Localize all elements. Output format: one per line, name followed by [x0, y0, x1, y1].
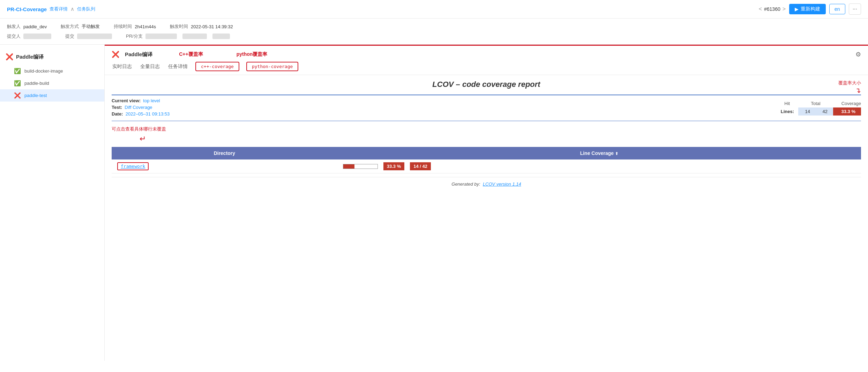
- dir-cell: framework: [112, 159, 337, 173]
- meta-row-2: 提交人 提交 PR/分支: [7, 33, 861, 39]
- build-docker-success-icon: ✅: [14, 68, 21, 74]
- paddle-test-error-icon: ❌: [14, 92, 21, 99]
- date-line: Date: 2022–05–31 09:13:53: [112, 111, 170, 117]
- trigger-method: 触发方式 手动触发: [61, 23, 100, 30]
- current-view-line: Current view: top level: [112, 98, 170, 103]
- test-line: Test: Diff Coverage: [112, 105, 170, 110]
- sidebar-item-paddle-build[interactable]: ✅ paddle-build: [0, 77, 104, 89]
- coverage-cell: 33.3 % 14 / 42: [337, 159, 861, 173]
- build-nav: < #61360 >: [759, 6, 786, 12]
- meta-row-1: 触发人 paddle_dev 触发方式 手动触发 持续时间 2h41m44s 触…: [7, 23, 861, 30]
- report-title: LCOV – code coverage report: [112, 80, 861, 89]
- coverage-bar: [343, 164, 378, 169]
- tab-python-coverage[interactable]: python-coverage: [246, 62, 298, 71]
- view-detail-link[interactable]: 查看详情: [50, 6, 68, 12]
- sidebar-item-build-docker-image[interactable]: ✅ build-docker-image: [0, 65, 104, 77]
- annotation-cpp: C++覆盖率: [179, 51, 203, 58]
- annotation-arrow-icon: ↵: [140, 134, 146, 143]
- task-header-row: ❌ Paddle编译 C++覆盖率 python覆盖率 ⚙: [105, 46, 868, 58]
- directory-table: Directory Line Coverage framework: [112, 147, 861, 173]
- summary-data-row: Lines: 14 42 33.3 %: [781, 107, 861, 116]
- breadcrumb-sep: ∧: [70, 6, 74, 12]
- task-title: Paddle编译: [125, 51, 152, 58]
- coverage-pct: 33.3 %: [383, 162, 404, 170]
- task-queue-link[interactable]: 任务队列: [77, 6, 95, 12]
- paddle-build-success-icon: ✅: [14, 80, 21, 87]
- branch: PR/分支: [126, 33, 230, 39]
- report-area: LCOV – code coverage report 覆盖率大小 ↴ Curr…: [105, 80, 868, 198]
- annotation-arrow-area: ↵: [112, 134, 861, 143]
- main-layout: ❌ Paddle编译 ✅ build-docker-image ✅ paddle…: [0, 45, 868, 361]
- pipeline-title: PR-CI-Coverage: [7, 6, 47, 12]
- annotation-section: 可点击查看具体哪行未覆盖: [112, 126, 861, 132]
- top-header: PR-CI-Coverage 查看详情 ∧ 任务队列 < #61360 > ▶ …: [0, 0, 868, 18]
- breadcrumb: PR-CI-Coverage 查看详情 ∧ 任务队列: [7, 6, 95, 12]
- gear-icon[interactable]: ⚙: [855, 51, 861, 58]
- next-build-arrow[interactable]: >: [783, 6, 786, 12]
- tab-task-detail[interactable]: 任务详情: [167, 62, 188, 71]
- rebuild-icon: ▶: [795, 6, 799, 12]
- commit: 提交: [65, 33, 112, 39]
- lines-coverage: 33.3 %: [833, 107, 861, 116]
- tab-realtime-log[interactable]: 实时日志: [112, 62, 133, 71]
- language-button[interactable]: en: [829, 4, 845, 14]
- tab-full-log[interactable]: 全量日志: [140, 62, 160, 71]
- lines-hit: 14: [798, 107, 816, 116]
- lcov-link[interactable]: LCOV version 1.14: [483, 181, 521, 187]
- tab-cpp-coverage[interactable]: c++-coverage: [195, 62, 239, 71]
- generated-footer: Generated by: LCOV version 1.14: [112, 177, 861, 191]
- content-area: ❌ Paddle编译 C++覆盖率 python覆盖率 ⚙ 实时日志 全量日志 …: [105, 45, 868, 361]
- sidebar-item-paddle-test[interactable]: ❌ paddle-test: [0, 89, 104, 102]
- prev-build-arrow[interactable]: <: [759, 6, 762, 12]
- header-actions: < #61360 > ▶ 重新构建 en ···: [759, 3, 861, 15]
- build-number: #61360: [764, 6, 780, 12]
- task-error-icon: ❌: [112, 51, 119, 58]
- lines-total: 42: [816, 107, 833, 116]
- tabs-bar: 实时日志 全量日志 任务详情 c++-coverage python-cover…: [105, 58, 868, 75]
- sidebar: ❌ Paddle编译 ✅ build-docker-image ✅ paddle…: [0, 45, 105, 361]
- lines-label: Lines:: [781, 109, 794, 114]
- trigger-person: 触发人 paddle_dev: [7, 23, 47, 30]
- submitter: 提交人: [7, 33, 51, 39]
- rebuild-button[interactable]: ▶ 重新构建: [789, 4, 826, 14]
- framework-link[interactable]: framework: [117, 162, 149, 170]
- coverage-fraction: 14 / 42: [410, 162, 431, 170]
- annotation-clickable-text: 可点击查看具体哪行未覆盖: [112, 126, 166, 132]
- sidebar-title-error-icon: ❌: [6, 53, 13, 61]
- annotation-arrow-down: ↴: [855, 86, 861, 95]
- trigger-time: 触发时间 2022-05-31 14:39:32: [170, 23, 233, 30]
- more-button[interactable]: ···: [849, 3, 861, 15]
- meta-section: 触发人 paddle_dev 触发方式 手动触发 持续时间 2h41m44s 触…: [0, 18, 868, 45]
- col-line-coverage: Line Coverage: [337, 147, 861, 159]
- annotation-python: python覆盖率: [237, 51, 268, 58]
- col-labels: Hit Total Coverage: [784, 101, 861, 106]
- coverage-bar-fill: [343, 164, 354, 169]
- table-row: framework 33.3 % 14 / 42: [112, 159, 861, 173]
- col-directory: Directory: [112, 147, 337, 159]
- duration: 持续时间 2h41m44s: [114, 23, 156, 30]
- annotation-coverage-size: 覆盖率大小: [838, 80, 861, 86]
- sidebar-title: ❌ Paddle编译: [0, 50, 104, 65]
